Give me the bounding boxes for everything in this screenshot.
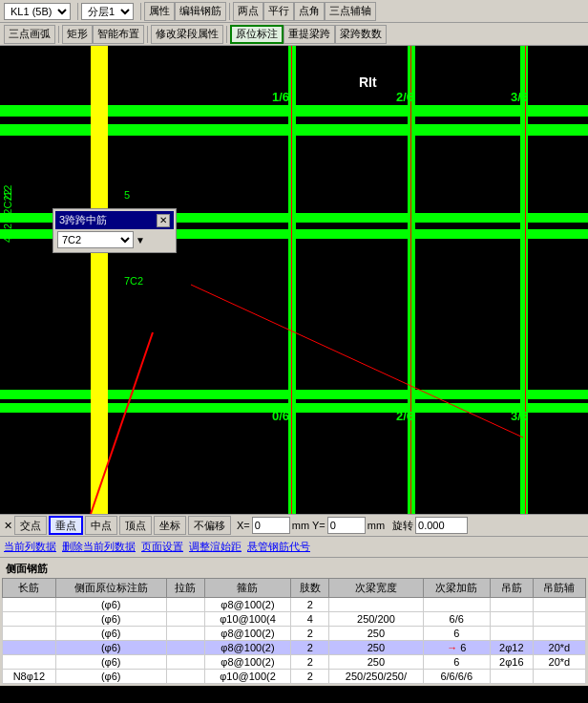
cell-r5c5: 2 xyxy=(291,655,329,670)
popup-dialog: 3跨跨中筋 ✕ 7C2 ▼ xyxy=(52,208,177,253)
two-point-button[interactable]: 两点 xyxy=(233,2,263,21)
cell-r6c7: 6/6/6/6 xyxy=(423,670,490,684)
snap-toolbar: ✕ 交点 垂点 中点 顶点 坐标 不偏移 X= mm Y= mm 旋转 xyxy=(0,514,588,537)
grid-label-bottom-3: 3/6 xyxy=(511,409,528,423)
popup-content: 7C2 ▼ xyxy=(55,229,174,250)
intersection-button[interactable]: 交点 xyxy=(14,516,47,535)
cell-r6c5: 2 xyxy=(291,670,329,684)
v-yellow-bar xyxy=(91,46,108,514)
perpendicular-button[interactable]: 垂点 xyxy=(49,516,83,535)
page-settings-link[interactable]: 页面设置 xyxy=(141,540,183,554)
sep4 xyxy=(58,26,59,43)
svg-line-1 xyxy=(191,285,523,437)
cell-r5c6: 250 xyxy=(329,655,423,670)
rect-button[interactable]: 矩形 xyxy=(62,25,93,44)
toolbar-row1: KL1 (5B) 分层1 属性 编辑钢筋 两点 平行 点角 三点辅轴 xyxy=(0,0,588,23)
cell-r2c6: 250/200 xyxy=(329,612,423,627)
cell-r6c2: (φ6) xyxy=(55,670,166,684)
span-count-button[interactable]: 梁跨数数 xyxy=(335,25,387,44)
modify-beam-button[interactable]: 修改梁段属性 xyxy=(151,25,223,44)
col-header-ciliang-width: 次梁宽度 xyxy=(329,579,423,598)
table-row: (φ6) φ8@100(2) 2 xyxy=(3,598,586,612)
popup-close-button[interactable]: ✕ xyxy=(157,214,170,227)
popup-select[interactable]: 7C2 xyxy=(57,231,134,248)
midpoint-button[interactable]: 中点 xyxy=(85,516,117,535)
sep1 xyxy=(77,3,78,20)
grid-label-bottom-1: 0/6 xyxy=(272,409,289,423)
no-offset-button[interactable]: 不偏移 xyxy=(188,516,231,535)
cell-r2c5: 4 xyxy=(291,612,329,627)
cell-r4c2: (φ6) xyxy=(55,641,166,655)
table-row: N8φ12 (φ6) φ10@100(2 2 250/250/250/ 6/6/… xyxy=(3,670,586,684)
sep2 xyxy=(140,3,141,20)
adjust-start-link[interactable]: 调整渲始距 xyxy=(189,540,242,554)
layer2-item: 分层1 xyxy=(81,3,134,20)
cell-r6c8 xyxy=(490,670,533,684)
cell-r1c3 xyxy=(166,598,204,612)
arc-button[interactable]: 三点画弧 xyxy=(4,25,55,44)
suspend-rebar-link[interactable]: 悬管钢筋代号 xyxy=(247,540,310,554)
delete-col-data-link[interactable]: 删除当前列数据 xyxy=(62,540,136,554)
v-red-line-2 xyxy=(410,46,411,514)
action-bar: 当前列数据 删除当前列数据 页面设置 调整渲始距 悬管钢筋代号 xyxy=(0,537,588,558)
mm-label-2: mm xyxy=(368,520,385,531)
cell-r5c7: 6 xyxy=(423,655,490,670)
table-row: (φ6) φ8@100(2) 2 250 6 2φ16 20*d xyxy=(3,655,586,670)
cell-r1c2: (φ6) xyxy=(55,598,166,612)
x-input[interactable] xyxy=(252,517,290,534)
coordinate-button[interactable]: 坐标 xyxy=(154,516,186,535)
cell-r1c9 xyxy=(533,598,585,612)
vertex-button[interactable]: 顶点 xyxy=(119,516,152,535)
table-header-row: 长筋 侧面原位标注筋 拉筋 箍筋 肢数 次梁宽度 次梁加筋 吊筋 吊筋辅 xyxy=(3,579,586,598)
snap-icon: ✕ xyxy=(4,520,12,532)
angle-button[interactable]: 点角 xyxy=(294,2,325,21)
rotate-input[interactable] xyxy=(415,517,468,534)
table-row: (φ6) φ10@100(4 4 250/200 6/6 xyxy=(3,612,586,627)
parallel-button[interactable]: 平行 xyxy=(263,2,294,21)
sep6 xyxy=(226,26,227,43)
cell-r5c2: (φ6) xyxy=(55,655,166,670)
v-red-line-3 xyxy=(525,46,526,514)
table-row-highlighted: (φ6) φ8@100(2) 2 250 → 6 2φ12 20*d xyxy=(3,641,586,655)
original-mark-button[interactable]: 原位标注 xyxy=(230,25,284,44)
white-label-7c2: 7C2 xyxy=(124,275,143,287)
cell-r6c3 xyxy=(166,670,204,684)
table-row: (φ6) φ8@100(2) 2 250 6 xyxy=(3,627,586,641)
cell-r6c4: φ10@100(2 xyxy=(204,670,291,684)
cell-r5c1 xyxy=(3,655,56,670)
v-green-bar-1 xyxy=(288,46,296,514)
cell-r2c2: (φ6) xyxy=(55,612,166,627)
smart-layout-button[interactable]: 智能布置 xyxy=(93,25,144,44)
layer-kl1-select[interactable]: KL1 (5B) xyxy=(4,3,71,20)
rotate-label: 旋转 xyxy=(392,519,413,533)
three-point-axis-button[interactable]: 三点辅轴 xyxy=(325,2,376,21)
cell-r4c9: 20*d xyxy=(533,641,585,655)
cell-r1c1 xyxy=(3,598,56,612)
cell-r1c6 xyxy=(329,598,423,612)
cell-r4c8: 2φ12 xyxy=(490,641,533,655)
cell-r3c4: φ8@100(2) xyxy=(204,627,291,641)
col-header-lajin: 拉筋 xyxy=(166,579,204,598)
table-section-title: 侧面钢筋 xyxy=(2,560,586,578)
y-input[interactable] xyxy=(327,517,366,534)
popup-title: 3跨跨中筋 ✕ xyxy=(55,211,174,229)
cell-r2c7: 6/6 xyxy=(423,612,490,627)
x-label: X= xyxy=(237,520,250,531)
cell-r2c9 xyxy=(533,612,585,627)
col-header-zhishu: 肢数 xyxy=(291,579,329,598)
cell-r4c5: 2 xyxy=(291,641,329,655)
cell-r3c5: 2 xyxy=(291,627,329,641)
lift-span-button[interactable]: 重提梁跨 xyxy=(284,25,335,44)
cell-r4c1 xyxy=(3,641,56,655)
attribute-button[interactable]: 属性 xyxy=(144,2,175,21)
cell-r5c4: φ8@100(2) xyxy=(204,655,291,670)
canvas-area: 1/6 2/6 3/6 0/6 2/6 3/6 4C25/2C22 /12 5 … xyxy=(0,46,588,514)
layer2-select[interactable]: 分层1 xyxy=(81,3,134,20)
edit-rebar-button[interactable]: 编辑钢筋 xyxy=(175,2,226,21)
layer-kl1: KL1 (5B) xyxy=(4,3,71,20)
v-green-bar-2 xyxy=(408,46,415,514)
v-red-line-1 xyxy=(291,46,292,514)
red-arrow: → xyxy=(447,642,457,653)
current-col-data-link[interactable]: 当前列数据 xyxy=(4,540,56,554)
col-header-sidemark: 侧面原位标注筋 xyxy=(55,579,166,598)
